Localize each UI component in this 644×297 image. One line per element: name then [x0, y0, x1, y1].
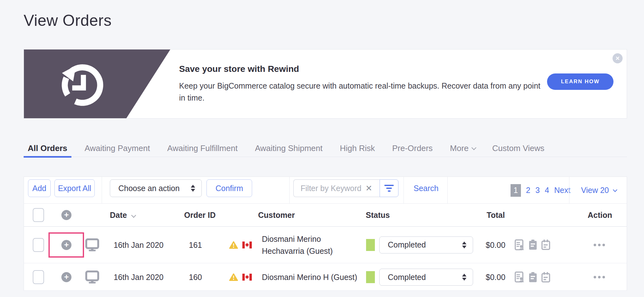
confirm-button[interactable]: Confirm — [206, 179, 252, 197]
column-header-status: Status — [366, 211, 390, 220]
add-button[interactable]: Add — [28, 179, 51, 197]
chevron-down-icon — [613, 187, 617, 192]
sort-chevron-icon — [131, 213, 136, 218]
view-count-select[interactable]: View 20 — [581, 177, 616, 204]
view-orders-page: View Orders Save your store with Rewind … — [0, 0, 644, 297]
tab-awaiting-shipment[interactable]: Awaiting Shipment — [251, 140, 327, 157]
filter-lines-icon — [384, 185, 394, 192]
row-more-actions-icon[interactable] — [594, 276, 605, 278]
pagination: 1 2 3 4 Next — [511, 177, 570, 204]
row-quick-actions — [514, 271, 550, 283]
toolbar-divider — [447, 177, 448, 204]
table-row: + 16th Jan 2020 160 Diosmani Merino H (G… — [24, 263, 627, 291]
select-all-checkbox[interactable] — [33, 208, 44, 222]
row-select-checkbox[interactable] — [33, 270, 44, 284]
column-header-date[interactable]: Date — [110, 211, 135, 220]
order-view-tabs: All Orders Awaiting Payment Awaiting Ful… — [24, 140, 627, 157]
page-title: View Orders — [24, 11, 112, 30]
rewind-logo-icon — [59, 61, 106, 108]
expand-all-icon[interactable]: + — [61, 210, 71, 220]
pagination-next[interactable]: Next — [554, 186, 570, 195]
tab-high-risk[interactable]: High Risk — [336, 140, 379, 157]
rewind-brand-panel — [24, 50, 170, 118]
column-header-customer: Customer — [258, 211, 295, 220]
pagination-current-page: 1 — [511, 184, 521, 197]
column-header-action: Action — [588, 211, 612, 220]
status-color-badge — [366, 239, 375, 251]
tab-more[interactable]: More — [446, 140, 479, 157]
order-total: $0.00 — [486, 273, 506, 282]
order-status-select[interactable]: Completed — [379, 269, 473, 286]
expand-row-icon[interactable]: + — [61, 272, 71, 282]
toolbar-divider — [569, 177, 569, 204]
select-arrows-icon — [191, 185, 195, 192]
canada-flag-icon — [242, 242, 252, 248]
order-total: $0.00 — [486, 240, 506, 249]
warning-icon[interactable] — [229, 241, 238, 249]
export-all-button[interactable]: Export All — [54, 179, 95, 197]
rewind-promo-banner: Save your store with Rewind Keep your Bi… — [24, 49, 627, 119]
row-more-actions-icon[interactable] — [594, 244, 605, 246]
orders-toolbar: Add Export All Choose an action Confirm … — [24, 177, 627, 204]
shipments-calendar-icon[interactable] — [541, 272, 550, 282]
select-arrows-icon — [462, 274, 466, 281]
pagination-page-2[interactable]: 2 — [526, 186, 530, 195]
row-select-checkbox[interactable] — [33, 238, 44, 252]
tab-pre-orders[interactable]: Pre-Orders — [388, 140, 437, 157]
warning-icon[interactable] — [229, 273, 238, 281]
pagination-page-4[interactable]: 4 — [545, 186, 549, 195]
order-date: 16th Jan 2020 — [114, 273, 163, 282]
chevron-down-icon — [472, 145, 477, 150]
customer-name[interactable]: Diosmani Merino Hechavarria (Guest) — [262, 233, 359, 257]
status-color-badge — [366, 271, 375, 283]
bulk-action-select[interactable]: Choose an action — [110, 179, 202, 197]
expand-row-icon[interactable]: + — [61, 240, 71, 250]
order-source-monitor-icon — [85, 238, 99, 252]
order-id: 161 — [189, 240, 202, 249]
column-header-order-id: Order ID — [184, 211, 216, 220]
print-invoice-icon[interactable] — [514, 271, 524, 283]
clear-filter-icon[interactable]: ✕ — [364, 184, 373, 193]
banner-description: Keep your BigCommerce catalog secure wit… — [179, 80, 541, 104]
print-invoice-icon[interactable] — [514, 239, 524, 251]
customer-name[interactable]: Diosmani Merino H (Guest) — [262, 271, 359, 283]
table-row: + 16th Jan 2020 161 Diosmani Merino Hech… — [24, 227, 627, 263]
orders-table-card: Add Export All Choose an action Confirm … — [24, 177, 627, 291]
toolbar-divider — [102, 177, 102, 204]
order-date: 16th Jan 2020 — [114, 240, 163, 249]
toolbar-divider — [289, 177, 290, 204]
select-arrows-icon — [462, 242, 466, 248]
order-source-monitor-icon — [85, 271, 99, 284]
order-notes-icon[interactable] — [528, 272, 537, 283]
row-quick-actions — [514, 239, 550, 251]
banner-heading: Save your store with Rewind — [179, 64, 299, 74]
learn-how-button[interactable]: LEARN HOW — [547, 73, 613, 90]
shipments-calendar-icon[interactable] — [541, 240, 550, 250]
tab-all-orders[interactable]: All Orders — [24, 140, 71, 157]
tab-custom-views[interactable]: Custom Views — [488, 140, 549, 157]
filter-options-button[interactable] — [380, 179, 398, 197]
banner-close-icon[interactable]: ✕ — [613, 53, 623, 63]
order-status-select[interactable]: Completed — [379, 236, 473, 253]
order-id: 160 — [189, 273, 202, 282]
canada-flag-icon — [242, 274, 252, 281]
toolbar-divider — [404, 177, 404, 204]
tab-awaiting-fulfillment[interactable]: Awaiting Fulfillment — [163, 140, 242, 157]
table-header-row: + Date Order ID Customer Status Total Ac… — [24, 204, 627, 227]
column-header-total: Total — [487, 211, 505, 220]
tab-awaiting-payment[interactable]: Awaiting Payment — [81, 140, 154, 157]
search-link[interactable]: Search — [414, 184, 438, 193]
order-notes-icon[interactable] — [528, 239, 537, 250]
pagination-page-3[interactable]: 3 — [535, 186, 540, 195]
